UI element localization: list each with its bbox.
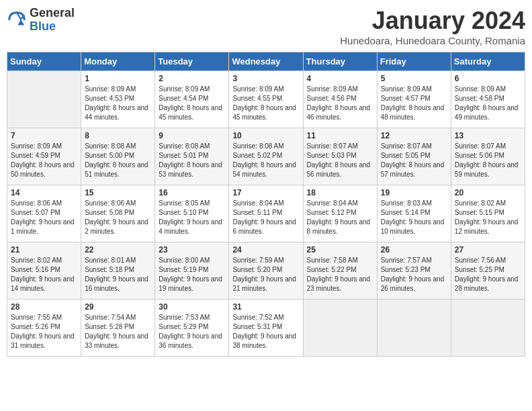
header-day-sunday: Sunday xyxy=(7,52,81,71)
day-info: Sunrise: 7:52 AMSunset: 5:31 PMDaylight:… xyxy=(232,313,299,351)
calendar-cell: 24Sunrise: 7:59 AMSunset: 5:20 PMDayligh… xyxy=(229,242,303,300)
calendar-header: SundayMondayTuesdayWednesdayThursdayFrid… xyxy=(7,52,525,71)
header-row: SundayMondayTuesdayWednesdayThursdayFrid… xyxy=(7,52,525,71)
calendar-cell xyxy=(303,300,377,357)
week-row-1: 7Sunrise: 8:09 AMSunset: 4:59 PMDaylight… xyxy=(7,128,525,185)
day-info: Sunrise: 8:04 AMSunset: 5:11 PMDaylight:… xyxy=(232,199,299,236)
day-info: Sunrise: 8:06 AMSunset: 5:07 PMDaylight:… xyxy=(11,199,77,236)
day-info: Sunrise: 8:09 AMSunset: 4:57 PMDaylight:… xyxy=(381,85,447,122)
day-info: Sunrise: 7:54 AMSunset: 5:28 PMDaylight:… xyxy=(85,313,151,351)
header-day-friday: Friday xyxy=(377,52,451,71)
calendar-cell: 29Sunrise: 7:54 AMSunset: 5:28 PMDayligh… xyxy=(81,300,155,357)
calendar-title: January 2024 xyxy=(340,7,525,35)
day-number: 1 xyxy=(85,74,151,83)
day-number: 13 xyxy=(455,131,521,140)
day-info: Sunrise: 7:58 AMSunset: 5:22 PMDaylight:… xyxy=(307,256,373,293)
calendar-cell: 12Sunrise: 8:07 AMSunset: 5:05 PMDayligh… xyxy=(377,128,451,185)
day-number: 25 xyxy=(307,245,373,255)
calendar-cell: 5Sunrise: 8:09 AMSunset: 4:57 PMDaylight… xyxy=(377,71,451,128)
day-info: Sunrise: 8:09 AMSunset: 4:58 PMDaylight:… xyxy=(455,85,521,122)
calendar-cell: 14Sunrise: 8:06 AMSunset: 5:07 PMDayligh… xyxy=(7,185,81,242)
day-number: 8 xyxy=(85,131,151,140)
calendar-table: SundayMondayTuesdayWednesdayThursdayFrid… xyxy=(7,52,525,357)
day-info: Sunrise: 8:08 AMSunset: 5:00 PMDaylight:… xyxy=(85,142,151,179)
title-block: January 2024 Hunedoara, Hunedoara County… xyxy=(340,7,525,46)
day-info: Sunrise: 8:09 AMSunset: 4:55 PMDaylight:… xyxy=(232,85,299,122)
day-number: 9 xyxy=(159,131,225,140)
logo-blue: Blue xyxy=(30,20,75,34)
calendar-cell: 19Sunrise: 8:03 AMSunset: 5:14 PMDayligh… xyxy=(377,185,451,242)
calendar-subtitle: Hunedoara, Hunedoara County, Romania xyxy=(340,35,525,46)
header-day-thursday: Thursday xyxy=(303,52,377,71)
day-info: Sunrise: 8:07 AMSunset: 5:03 PMDaylight:… xyxy=(307,142,373,179)
calendar-cell: 7Sunrise: 8:09 AMSunset: 4:59 PMDaylight… xyxy=(7,128,81,185)
day-info: Sunrise: 7:53 AMSunset: 5:29 PMDaylight:… xyxy=(159,313,225,351)
calendar-cell: 15Sunrise: 8:06 AMSunset: 5:08 PMDayligh… xyxy=(81,185,155,242)
calendar-cell: 25Sunrise: 7:58 AMSunset: 5:22 PMDayligh… xyxy=(303,242,377,300)
day-info: Sunrise: 7:56 AMSunset: 5:25 PMDaylight:… xyxy=(455,256,521,293)
day-number: 15 xyxy=(85,188,151,197)
calendar-cell: 2Sunrise: 8:09 AMSunset: 4:54 PMDaylight… xyxy=(155,71,229,128)
day-info: Sunrise: 8:00 AMSunset: 5:19 PMDaylight:… xyxy=(159,256,225,293)
calendar-cell: 22Sunrise: 8:01 AMSunset: 5:18 PMDayligh… xyxy=(81,242,155,300)
day-number: 31 xyxy=(232,302,299,312)
header-day-wednesday: Wednesday xyxy=(229,52,303,71)
calendar-cell: 6Sunrise: 8:09 AMSunset: 4:58 PMDaylight… xyxy=(451,71,525,128)
day-info: Sunrise: 8:06 AMSunset: 5:08 PMDaylight:… xyxy=(85,199,151,236)
day-info: Sunrise: 8:09 AMSunset: 4:53 PMDaylight:… xyxy=(85,85,151,122)
calendar-cell: 3Sunrise: 8:09 AMSunset: 4:55 PMDaylight… xyxy=(229,71,303,128)
day-number: 10 xyxy=(232,131,299,140)
calendar-cell xyxy=(377,300,451,357)
day-number: 6 xyxy=(455,74,521,83)
calendar-cell: 9Sunrise: 8:08 AMSunset: 5:01 PMDaylight… xyxy=(155,128,229,185)
day-info: Sunrise: 7:57 AMSunset: 5:23 PMDaylight:… xyxy=(381,256,447,293)
day-info: Sunrise: 8:03 AMSunset: 5:14 PMDaylight:… xyxy=(381,199,447,236)
day-number: 19 xyxy=(381,188,447,197)
week-row-3: 21Sunrise: 8:02 AMSunset: 5:16 PMDayligh… xyxy=(7,242,525,300)
calendar-cell: 8Sunrise: 8:08 AMSunset: 5:00 PMDaylight… xyxy=(81,128,155,185)
logo-icon xyxy=(7,10,27,30)
calendar-cell: 10Sunrise: 8:08 AMSunset: 5:02 PMDayligh… xyxy=(229,128,303,185)
day-number: 11 xyxy=(307,131,373,140)
calendar-cell: 13Sunrise: 8:07 AMSunset: 5:06 PMDayligh… xyxy=(451,128,525,185)
calendar-cell: 27Sunrise: 7:56 AMSunset: 5:25 PMDayligh… xyxy=(451,242,525,300)
day-number: 12 xyxy=(381,131,447,140)
calendar-cell: 1Sunrise: 8:09 AMSunset: 4:53 PMDaylight… xyxy=(81,71,155,128)
day-info: Sunrise: 8:08 AMSunset: 5:02 PMDaylight:… xyxy=(232,142,299,179)
calendar-cell xyxy=(451,300,525,357)
logo-general: General xyxy=(30,7,75,20)
week-row-2: 14Sunrise: 8:06 AMSunset: 5:07 PMDayligh… xyxy=(7,185,525,242)
day-number: 24 xyxy=(232,245,299,255)
calendar-cell: 11Sunrise: 8:07 AMSunset: 5:03 PMDayligh… xyxy=(303,128,377,185)
day-number: 29 xyxy=(85,302,151,312)
day-number: 16 xyxy=(159,188,225,197)
day-info: Sunrise: 7:59 AMSunset: 5:20 PMDaylight:… xyxy=(232,256,299,293)
day-number: 2 xyxy=(159,74,225,83)
day-info: Sunrise: 8:09 AMSunset: 4:59 PMDaylight:… xyxy=(11,142,77,179)
calendar-cell: 21Sunrise: 8:02 AMSunset: 5:16 PMDayligh… xyxy=(7,242,81,300)
week-row-0: 1Sunrise: 8:09 AMSunset: 4:53 PMDaylight… xyxy=(7,71,525,128)
day-number: 26 xyxy=(381,245,447,255)
calendar-cell: 16Sunrise: 8:05 AMSunset: 5:10 PMDayligh… xyxy=(155,185,229,242)
calendar-cell: 17Sunrise: 8:04 AMSunset: 5:11 PMDayligh… xyxy=(229,185,303,242)
day-number: 5 xyxy=(381,74,447,83)
day-number: 3 xyxy=(232,74,299,83)
calendar-cell xyxy=(7,71,81,128)
day-number: 21 xyxy=(11,245,77,255)
day-info: Sunrise: 8:07 AMSunset: 5:06 PMDaylight:… xyxy=(455,142,521,179)
day-number: 14 xyxy=(11,188,77,197)
header: General Blue January 2024 Hunedoara, Hun… xyxy=(7,7,525,46)
day-info: Sunrise: 8:09 AMSunset: 4:54 PMDaylight:… xyxy=(159,85,225,122)
day-number: 4 xyxy=(307,74,373,83)
day-number: 22 xyxy=(85,245,151,255)
calendar-cell: 26Sunrise: 7:57 AMSunset: 5:23 PMDayligh… xyxy=(377,242,451,300)
day-info: Sunrise: 8:02 AMSunset: 5:15 PMDaylight:… xyxy=(455,199,521,236)
day-info: Sunrise: 8:07 AMSunset: 5:05 PMDaylight:… xyxy=(381,142,447,179)
calendar-cell: 23Sunrise: 8:00 AMSunset: 5:19 PMDayligh… xyxy=(155,242,229,300)
calendar-cell: 31Sunrise: 7:52 AMSunset: 5:31 PMDayligh… xyxy=(229,300,303,357)
logo-text: General Blue xyxy=(30,7,75,34)
day-number: 18 xyxy=(307,188,373,197)
calendar-cell: 4Sunrise: 8:09 AMSunset: 4:56 PMDaylight… xyxy=(303,71,377,128)
day-number: 23 xyxy=(159,245,225,255)
day-number: 28 xyxy=(11,302,77,312)
